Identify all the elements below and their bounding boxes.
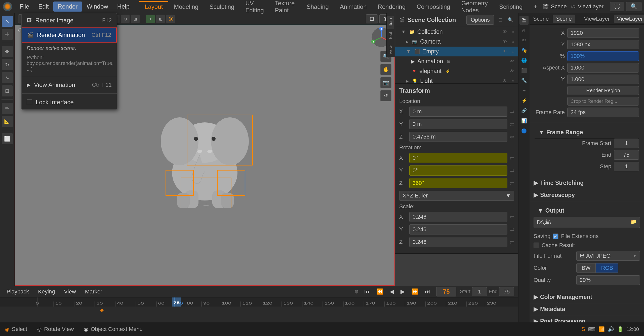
menu-item-file[interactable]: File: [15, 2, 34, 12]
file-extensions-checkbox[interactable]: ✓: [553, 233, 558, 239]
ws-tab-geometry[interactable]: Geometry Nodes: [456, 0, 494, 15]
color-management-section[interactable]: ▶ Color Management: [530, 291, 644, 303]
props-material-icon[interactable]: 🔵: [519, 126, 529, 136]
render-region-btn[interactable]: Render Region: [567, 86, 639, 95]
stereoscopy-section[interactable]: ▶ Stereoscopy: [530, 189, 644, 201]
timeline-ruler[interactable]: 0 10 20 30 40 50 60 70 80 90 1: [0, 297, 518, 307]
rgb-btn[interactable]: RGB: [596, 263, 618, 273]
res-x-value[interactable]: 1920: [567, 28, 639, 38]
output-path-input[interactable]: D:\库\ 📁: [534, 217, 640, 228]
frame-start-value[interactable]: 1: [614, 139, 639, 148]
ws-tab-texture[interactable]: Texture Paint: [269, 0, 301, 15]
ws-tab-animation[interactable]: Animation: [334, 1, 372, 12]
rot-z-value[interactable]: 360°: [409, 178, 507, 188]
empty-eye-icon[interactable]: 👁: [503, 49, 507, 54]
step-back-btn[interactable]: ⏪: [374, 287, 386, 296]
vp-render-btn[interactable]: 🔆: [166, 15, 175, 23]
quality-value[interactable]: 90%: [576, 275, 640, 285]
cache-result-checkbox[interactable]: [534, 243, 539, 248]
play-btn[interactable]: ▶: [398, 287, 407, 296]
toolbar-annotate[interactable]: ✏: [2, 103, 13, 114]
play-back-btn[interactable]: ◀: [387, 287, 396, 296]
props-data-icon[interactable]: 📊: [519, 116, 529, 125]
toolbar-move[interactable]: ✥: [2, 46, 13, 57]
playback-indicator[interactable]: [355, 290, 358, 293]
aspect-x-value[interactable]: 1.000: [567, 63, 639, 73]
end-frame-input[interactable]: 75: [499, 287, 514, 296]
res-y-value[interactable]: 1080 px: [567, 40, 639, 49]
ws-tab-modeling[interactable]: Modeling: [168, 1, 204, 12]
scale-x-value[interactable]: 0.246: [409, 212, 507, 222]
frame-end-value[interactable]: 75: [614, 150, 639, 160]
menu-item-edit[interactable]: Edit: [34, 2, 53, 12]
rotation-mode-select[interactable]: XYZ Euler ▼: [399, 191, 514, 201]
loc-z-value[interactable]: 0.4756 m: [409, 132, 507, 142]
vp-overlay-btn[interactable]: ⊙: [121, 15, 130, 23]
scale-x-link-icon[interactable]: ⇄: [510, 214, 514, 220]
dropdown-view-animation[interactable]: ▶ View Animation Ctrl F11: [22, 78, 117, 92]
file-format-select[interactable]: 🎞 AVI JPEG ▼: [576, 251, 640, 261]
anim-eye-icon[interactable]: 👁: [510, 59, 514, 64]
loc-y-link-icon[interactable]: ⇄: [510, 121, 514, 127]
sc-empty-row[interactable]: ▼ ⬛ Empty 👁 ○: [395, 47, 518, 56]
sc-options-btn[interactable]: Options: [466, 15, 494, 25]
start-frame-input[interactable]: 1: [472, 287, 487, 296]
sc-collection-row[interactable]: ▼ 📁 Collection 👁 ○: [395, 27, 518, 37]
timeline-marker-btn[interactable]: Marker: [83, 287, 105, 296]
props-object-icon[interactable]: ⬛: [519, 66, 529, 75]
ws-tab-shading[interactable]: Shading: [301, 1, 334, 12]
light-render-icon[interactable]: ○: [512, 79, 514, 83]
frame-range-header[interactable]: ▼ Frame Range: [535, 126, 639, 139]
output-header[interactable]: ▼ Output: [534, 205, 640, 217]
timeline-view-btn[interactable]: View: [62, 287, 78, 296]
sc-filter-icon[interactable]: ⊟: [497, 16, 504, 24]
light-eye-icon[interactable]: 👁: [503, 78, 507, 84]
loc-x-value[interactable]: 0 m: [409, 107, 507, 117]
sc-light-row[interactable]: ▸ 💡 Light 👁 ○: [395, 76, 518, 84]
props-particles-icon[interactable]: ✦: [519, 86, 529, 95]
loc-z-link-icon[interactable]: ⇄: [510, 134, 514, 140]
sv-tab-item[interactable]: Item: [387, 16, 394, 29]
collection-hide-icon[interactable]: ○: [512, 30, 514, 34]
ws-tab-sculpting[interactable]: Sculpting: [204, 1, 240, 12]
res-percent-value[interactable]: 100%: [567, 51, 639, 61]
timeline-keying-btn[interactable]: Keying: [35, 287, 57, 296]
elephant-eye-icon[interactable]: 👁: [510, 69, 514, 74]
props-output-icon[interactable]: 🖨: [519, 26, 529, 35]
vp-solid-btn[interactable]: ●: [146, 15, 155, 23]
fullscreen-btn[interactable]: ⛶: [610, 2, 624, 11]
dropdown-render-animation[interactable]: 🎬 Render Animation Ctrl F12: [22, 27, 117, 43]
rot-x-value[interactable]: 0°: [409, 153, 507, 163]
rot-y-value[interactable]: 0°: [409, 165, 507, 176]
jump-start-btn[interactable]: ⏮: [362, 287, 372, 296]
toolbar-measure[interactable]: 📐: [2, 116, 13, 127]
scale-z-value[interactable]: 0.246: [409, 237, 507, 247]
frame-step-value[interactable]: 1: [614, 162, 639, 171]
ws-tab-scripting[interactable]: Scripting: [494, 1, 528, 12]
toolbar-rotate[interactable]: ↻: [2, 59, 13, 70]
ws-tab-rendering[interactable]: Rendering: [372, 1, 411, 12]
jump-end-btn[interactable]: ⏭: [422, 287, 433, 296]
toolbar-cursor[interactable]: ✛: [2, 29, 13, 40]
toolbar-select[interactable]: ↖: [2, 16, 13, 27]
toolbar-add-cube[interactable]: ⬜: [2, 133, 13, 144]
sc-search-icon[interactable]: 🔍: [507, 16, 514, 24]
loc-y-value[interactable]: 0 m: [409, 119, 507, 129]
crop-btn[interactable]: Crop to Render Reg...: [567, 97, 639, 106]
nav-camera[interactable]: 📷: [380, 77, 391, 88]
props-constraint-icon[interactable]: 🔗: [519, 106, 529, 115]
rot-x-link-icon[interactable]: ⇄: [510, 155, 514, 161]
scale-y-value[interactable]: 0.246: [409, 224, 507, 234]
rot-z-link-icon[interactable]: ⇄: [510, 180, 514, 186]
props-world-icon[interactable]: 🌐: [519, 56, 529, 65]
bw-btn[interactable]: BW: [576, 263, 596, 273]
aspect-y-value[interactable]: 1.000: [567, 75, 639, 84]
time-stretching-section[interactable]: ▶ Time Stretching: [530, 177, 644, 189]
props-view-icon[interactable]: 👁: [519, 36, 529, 45]
ws-tab-uv[interactable]: UV Editing: [240, 0, 269, 15]
ws-tab-plus[interactable]: +: [528, 1, 543, 12]
search-btn[interactable]: 🔍: [626, 2, 641, 11]
menu-item-render[interactable]: Render: [53, 2, 82, 12]
props-physics-icon[interactable]: ⚡: [519, 96, 529, 105]
viewport-snap-btn[interactable]: ⊟: [366, 14, 378, 23]
